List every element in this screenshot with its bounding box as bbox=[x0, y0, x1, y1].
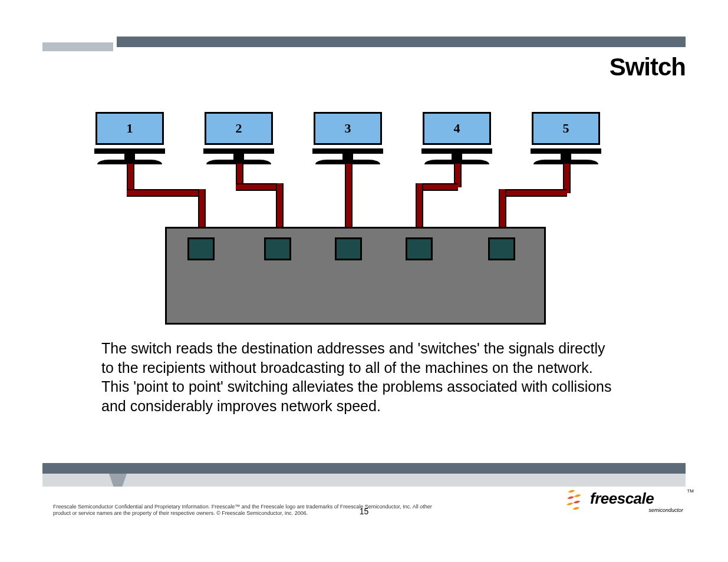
freescale-logo-icon bbox=[562, 486, 588, 512]
switch-port bbox=[335, 237, 362, 260]
cable-segment bbox=[236, 183, 280, 191]
monitor-2: 2 bbox=[197, 112, 280, 164]
monitor-3: 3 bbox=[307, 112, 389, 164]
logo-tm: TM bbox=[687, 488, 694, 494]
freescale-logo: freescale semiconductor TM bbox=[562, 486, 686, 512]
switch-device bbox=[165, 227, 546, 325]
switch-port bbox=[488, 237, 515, 260]
logo-brand: freescale bbox=[590, 492, 654, 505]
monitor-4: 4 bbox=[416, 112, 498, 164]
network-switch-diagram: 1 2 3 4 5 bbox=[88, 112, 607, 330]
cable-segment bbox=[127, 189, 202, 197]
monitor-label: 1 bbox=[127, 121, 133, 136]
header-accent-dark bbox=[117, 37, 686, 47]
switch-port bbox=[187, 237, 215, 260]
paragraph-1: The switch reads the destination address… bbox=[101, 339, 614, 377]
monitor-label: 4 bbox=[454, 121, 460, 136]
body-text: The switch reads the destination address… bbox=[101, 339, 614, 415]
paragraph-2: This 'point to point' switching alleviat… bbox=[101, 377, 614, 415]
monitor-label: 3 bbox=[345, 121, 351, 136]
switch-port bbox=[264, 237, 291, 260]
monitor-5: 5 bbox=[525, 112, 607, 164]
monitor-1: 1 bbox=[88, 112, 171, 164]
footer-accent-dark bbox=[42, 463, 686, 474]
footer-accent-light bbox=[42, 474, 686, 487]
header-accent-light bbox=[42, 42, 113, 51]
switch-port bbox=[406, 237, 433, 260]
cable-segment bbox=[499, 189, 567, 197]
monitor-label: 2 bbox=[236, 121, 242, 136]
logo-subtitle: semiconductor bbox=[648, 507, 683, 513]
monitor-label: 5 bbox=[563, 121, 569, 136]
page-title: Switch bbox=[610, 53, 686, 81]
